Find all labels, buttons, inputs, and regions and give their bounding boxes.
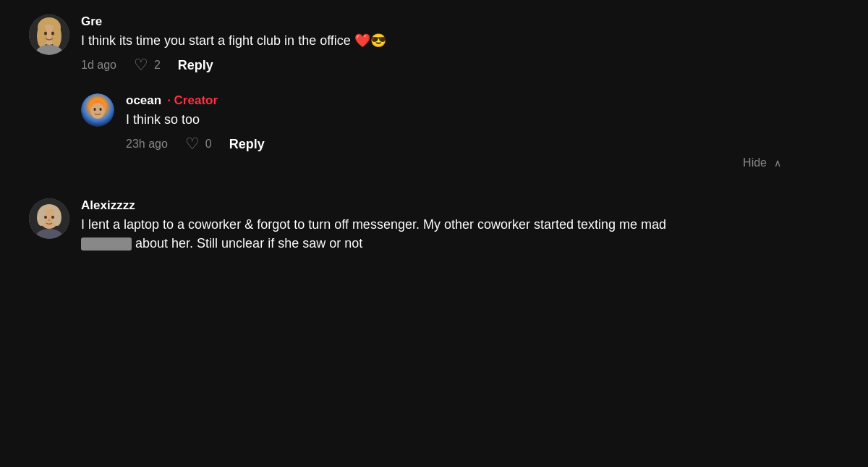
username-ocean: ocean: [126, 93, 161, 108]
like-button-ocean[interactable]: ♡ 0: [185, 136, 212, 152]
timestamp-gre: 1d ago: [81, 59, 116, 72]
hide-row: Hide ∧: [29, 156, 839, 184]
hide-label: Hide: [743, 156, 767, 169]
svg-point-10: [90, 103, 105, 119]
svg-point-19: [51, 216, 54, 219]
heart-icon-ocean: ♡: [185, 136, 200, 152]
like-count-ocean: 0: [205, 138, 212, 151]
timestamp-ocean: 23h ago: [126, 138, 168, 151]
reply-section-ocean: ocean · Creator I think so too 23h ago ♡…: [81, 93, 839, 152]
username-gre: Gre: [81, 14, 102, 29]
comment-ocean-header: ocean · Creator: [126, 93, 839, 108]
like-button-gre[interactable]: ♡ 2: [134, 57, 161, 73]
censored-word: [81, 237, 132, 251]
avatar-gre: [29, 14, 69, 55]
like-count-gre: 2: [154, 59, 161, 72]
svg-point-12: [100, 108, 102, 111]
comment-gre: Gre I think its time you start a fight c…: [29, 14, 839, 73]
comment-ocean-content: ocean · Creator I think so too 23h ago ♡…: [126, 93, 839, 152]
svg-point-18: [44, 216, 47, 219]
comment-gre-meta: 1d ago ♡ 2 Reply: [81, 57, 839, 73]
svg-point-4: [51, 25, 61, 48]
svg-point-6: [51, 32, 54, 35]
avatar-ocean: [81, 93, 114, 127]
comment-gre-content: Gre I think its time you start a fight c…: [81, 14, 839, 73]
reply-button-gre[interactable]: Reply: [178, 58, 213, 73]
comment-gre-header: Gre: [81, 14, 839, 29]
comment-gre-text: I think its time you start a fight club …: [81, 32, 839, 50]
username-alexizzzz: Alexizzzz: [81, 198, 135, 213]
comment-alexizzzz-content: Alexizzzz I lent a laptop to a coworker …: [81, 198, 839, 259]
svg-point-20: [48, 219, 51, 221]
reply-button-ocean[interactable]: Reply: [229, 137, 265, 152]
avatar-alexizzzz: [29, 198, 69, 239]
comment-alexizzzz-header: Alexizzzz: [81, 198, 839, 213]
chevron-up-icon: ∧: [774, 157, 781, 169]
comment-ocean: ocean · Creator I think so too 23h ago ♡…: [81, 93, 839, 152]
heart-icon-gre: ♡: [134, 57, 148, 73]
comment-ocean-text: I think so too: [126, 111, 839, 129]
svg-point-11: [94, 108, 96, 111]
comment-ocean-meta: 23h ago ♡ 0 Reply: [126, 136, 839, 152]
hide-button[interactable]: Hide ∧: [743, 156, 781, 169]
creator-badge: · Creator: [167, 93, 218, 108]
comments-section: Gre I think its time you start a fight c…: [0, 0, 868, 295]
comment-alexizzzz: Alexizzzz I lent a laptop to a coworker …: [29, 198, 839, 259]
comment-alexizzzz-text: I lent a laptop to a coworker & forgot t…: [81, 216, 839, 252]
svg-point-3: [37, 25, 47, 48]
svg-point-5: [44, 32, 47, 35]
